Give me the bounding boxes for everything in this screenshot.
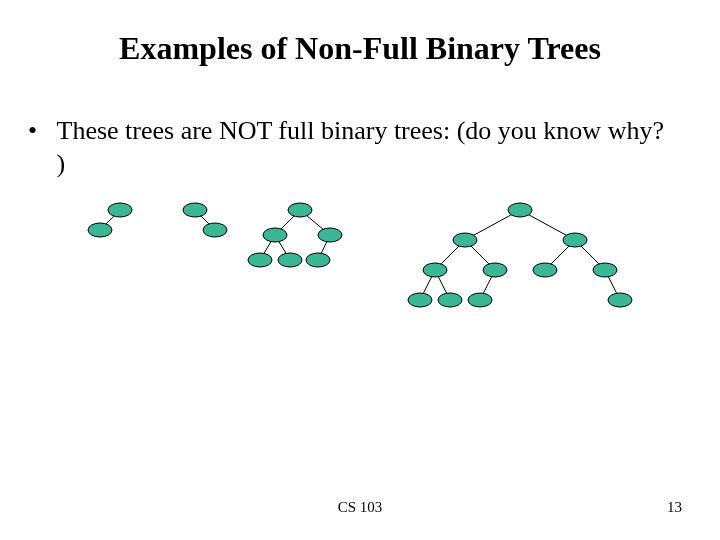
page-number: 13	[667, 499, 682, 516]
tree-3	[248, 203, 342, 267]
tree-2	[183, 203, 227, 237]
svg-point-2	[88, 223, 112, 237]
bullet-marker: •	[28, 115, 50, 148]
svg-point-33	[593, 263, 617, 277]
tree-1	[88, 203, 132, 237]
footer-course-code: CS 103	[0, 499, 720, 516]
svg-point-31	[483, 263, 507, 277]
svg-point-36	[468, 293, 492, 307]
bullet-item: • These trees are NOT full binary trees:…	[28, 115, 680, 180]
slide-title: Examples of Non-Full Binary Trees	[0, 30, 720, 67]
tree-diagrams	[80, 200, 660, 340]
svg-point-34	[408, 293, 432, 307]
svg-point-32	[533, 263, 557, 277]
bullet-text: These trees are NOT full binary trees: (…	[57, 115, 677, 180]
svg-point-12	[263, 228, 287, 242]
svg-point-16	[306, 253, 330, 267]
svg-point-11	[288, 203, 312, 217]
slide: Examples of Non-Full Binary Trees • Thes…	[0, 0, 720, 540]
svg-point-14	[248, 253, 272, 267]
svg-point-1	[108, 203, 132, 217]
svg-point-29	[563, 233, 587, 247]
tree-4	[408, 203, 632, 307]
svg-point-13	[318, 228, 342, 242]
svg-point-37	[608, 293, 632, 307]
svg-point-5	[203, 223, 227, 237]
svg-point-28	[453, 233, 477, 247]
svg-point-30	[423, 263, 447, 277]
svg-point-15	[278, 253, 302, 267]
svg-point-27	[508, 203, 532, 217]
svg-point-35	[438, 293, 462, 307]
svg-point-4	[183, 203, 207, 217]
